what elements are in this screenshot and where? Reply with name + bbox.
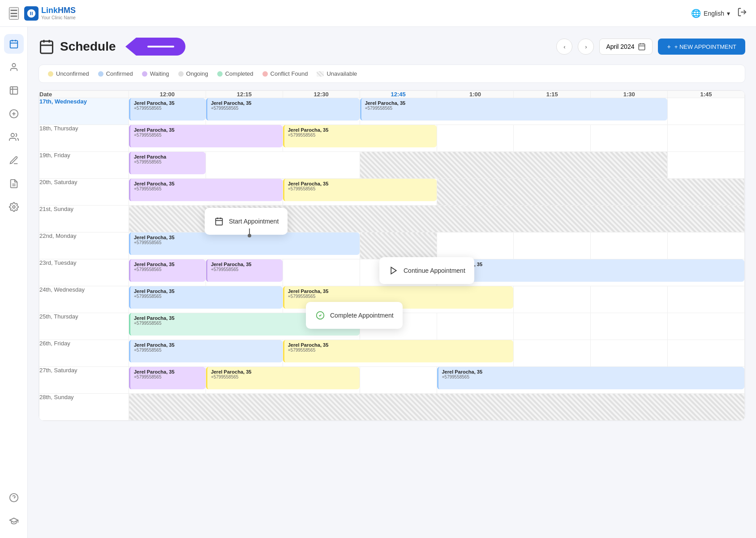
- sidebar: [0, 27, 28, 538]
- logo-text: LinkHMS Your Clinic Name: [41, 6, 76, 20]
- appointment-cell[interactable]: Jerel Parocha, 35+5799558565: [283, 340, 514, 367]
- appointment-card[interactable]: Jerel Parocha, 35+5799558565: [360, 98, 668, 121]
- sidebar-item-settings[interactable]: [4, 197, 24, 217]
- appointment-card[interactable]: Jerel Parocha, 35+5799558565: [129, 179, 283, 201]
- new-appointment-label: + NEW APPOINTMENT: [674, 43, 736, 50]
- appointment-cell[interactable]: Jerel Parocha, 35+5799558565: [283, 125, 437, 152]
- continue-appointment-item[interactable]: Continue Appointment: [383, 261, 471, 280]
- empty-cell: [591, 125, 668, 152]
- header-controls: ‹ › April 2024 + + NEW APPOINTMENT: [556, 39, 745, 55]
- language-selector[interactable]: 🌐 English ▾: [691, 9, 730, 18]
- complete-appointment-item[interactable]: Complete Appointment: [309, 306, 399, 325]
- completed-label: Completed: [225, 70, 253, 77]
- appointment-card[interactable]: Jerel Parocha, 35+5799558565: [283, 125, 437, 147]
- calendar-icon: [638, 43, 646, 51]
- appointment-cell[interactable]: Jerel Parocha, 35+5799558565: [129, 125, 283, 152]
- prev-month-button[interactable]: ‹: [556, 39, 572, 55]
- confirmed-dot: [98, 71, 103, 77]
- logo: LinkHMS Your Clinic Name: [24, 6, 76, 21]
- table-row: 18th, ThursdayJerel Parocha, 35+57995585…: [39, 125, 745, 152]
- date-cell: 17th, Wednesday: [39, 98, 129, 125]
- empty-cell: [668, 125, 745, 152]
- appointment-cell[interactable]: [360, 232, 437, 259]
- empty-cell: [668, 232, 745, 259]
- svg-rect-19: [639, 44, 645, 50]
- sidebar-item-add[interactable]: [4, 104, 24, 124]
- logout-button[interactable]: [737, 7, 747, 19]
- appointment-card[interactable]: Jerel Parocha, 35+5799558565: [437, 259, 745, 282]
- date-cell: 25th, Thursday: [39, 313, 129, 340]
- sidebar-item-calendar[interactable]: [4, 34, 24, 54]
- sidebar-item-reports[interactable]: [4, 174, 24, 194]
- appointment-cell[interactable]: Jerel Parocha, 35+5799558565: [437, 367, 745, 394]
- new-appointment-button[interactable]: + + NEW APPOINTMENT: [658, 39, 745, 55]
- appointment-card[interactable]: Jerel Parocha+5799558565: [129, 152, 206, 174]
- language-label: English: [704, 10, 724, 17]
- table-row: 27th, SaturdayJerel Parocha, 35+57995585…: [39, 367, 745, 394]
- appointment-card[interactable]: Jerel Parocha, 35+5799558565: [129, 232, 360, 255]
- appointment-card[interactable]: Jerel Parocha, 35+5799558565: [129, 98, 206, 121]
- appointment-cell[interactable]: Jerel Parocha, 35+5799558565: [129, 98, 206, 125]
- sidebar-item-lab[interactable]: [4, 81, 24, 100]
- appointment-cell[interactable]: Jerel Parocha, 35+5799558565: [129, 367, 206, 394]
- table-row: 28th, Sunday: [39, 394, 745, 421]
- sidebar-item-help[interactable]: [4, 488, 24, 508]
- appointment-cell[interactable]: [437, 179, 745, 206]
- appointment-card[interactable]: Jerel Parocha, 35+5799558565: [129, 340, 283, 362]
- svg-marker-27: [391, 267, 396, 274]
- appointment-card[interactable]: Jerel Parocha, 35+5799558565: [129, 367, 206, 389]
- appointment-cell[interactable]: Jerel Parocha, 35+5799558565: [129, 340, 283, 367]
- legend: Unconfirmed Confirmed Waiting Ongoing Co…: [39, 65, 745, 83]
- appointment-cell[interactable]: Jerel Parocha, 35+5799558565: [206, 98, 360, 125]
- sidebar-item-education[interactable]: [4, 511, 24, 531]
- appointment-cell[interactable]: Jerel Parocha, 35+5799558565: [129, 179, 283, 206]
- svg-rect-23: [216, 218, 223, 225]
- col-header-130: 1:30: [591, 91, 668, 98]
- appointment-card[interactable]: Jerel Parocha, 35+5799558565: [129, 125, 283, 147]
- appointment-cell[interactable]: [360, 152, 668, 179]
- svg-rect-15: [41, 41, 53, 53]
- appointment-cell[interactable]: Jerel Parocha, 35+5799558565: [360, 98, 668, 125]
- legend-unconfirmed: Unconfirmed: [48, 70, 89, 77]
- hamburger-button[interactable]: ☰: [9, 7, 19, 20]
- appointment-cell[interactable]: Jerel Parocha+5799558565: [129, 152, 206, 179]
- complete-appointment-menu: Complete Appointment: [306, 302, 403, 329]
- date-cell: 21st, Sunday: [39, 206, 129, 232]
- appointment-card[interactable]: Jerel Parocha, 35+5799558565: [283, 340, 514, 362]
- waiting-dot: [142, 71, 147, 77]
- next-month-button[interactable]: ›: [578, 39, 594, 55]
- cursor-start: [246, 228, 253, 236]
- appointment-cell[interactable]: Jerel Parocha, 35+5799558565: [206, 259, 283, 286]
- empty-cell: [668, 313, 745, 340]
- complete-appointment-icon: [315, 310, 326, 321]
- appointment-cell[interactable]: Jerel Parocha, 35+5799558565: [129, 286, 283, 313]
- unavailable-label: Unavailable: [326, 70, 357, 77]
- date-cell: 23rd, Tuesday: [39, 259, 129, 286]
- appointment-cell[interactable]: Jerel Parocha, 35+5799558565: [206, 367, 360, 394]
- appointment-card[interactable]: Jerel Parocha, 35+5799558565: [206, 367, 360, 389]
- globe-icon: 🌐: [691, 9, 701, 18]
- appointment-cell[interactable]: Jerel Parocha, 35+5799558565: [437, 259, 745, 286]
- appointment-cell[interactable]: Jerel Parocha, 35+5799558565: [129, 259, 206, 286]
- continue-appointment-menu: Continue Appointment: [379, 257, 474, 284]
- appointment-card[interactable]: Jerel Parocha, 35+5799558565: [437, 367, 745, 389]
- appointment-cell[interactable]: Jerel Parocha, 35+5799558565: [283, 179, 437, 206]
- empty-cell: [591, 313, 668, 340]
- sidebar-item-group[interactable]: [4, 127, 24, 147]
- date-picker[interactable]: April 2024: [599, 39, 653, 55]
- sidebar-item-patients[interactable]: [4, 57, 24, 77]
- continue-appointment-label: Continue Appointment: [404, 267, 465, 274]
- plus-icon: +: [667, 43, 670, 50]
- appointment-cell[interactable]: [129, 394, 745, 421]
- appointment-card[interactable]: Jerel Parocha, 35+5799558565: [206, 259, 283, 282]
- appointment-cell[interactable]: [206, 152, 360, 179]
- date-cell: 28th, Sunday: [39, 394, 129, 421]
- appointment-card[interactable]: Jerel Parocha, 35+5799558565: [206, 98, 360, 121]
- appointment-cell[interactable]: Jerel Parocha, 35+5799558565: [129, 232, 360, 259]
- appointment-card[interactable]: Jerel Parocha, 35+5799558565: [283, 179, 437, 201]
- appointment-card[interactable]: Jerel Parocha, 35+5799558565: [129, 259, 206, 282]
- appointment-card[interactable]: Jerel Parocha, 35+5799558565: [129, 286, 283, 309]
- col-header-1200: 12:00: [129, 91, 206, 98]
- sidebar-item-tools[interactable]: [4, 151, 24, 170]
- continue-appointment-icon: [388, 265, 399, 276]
